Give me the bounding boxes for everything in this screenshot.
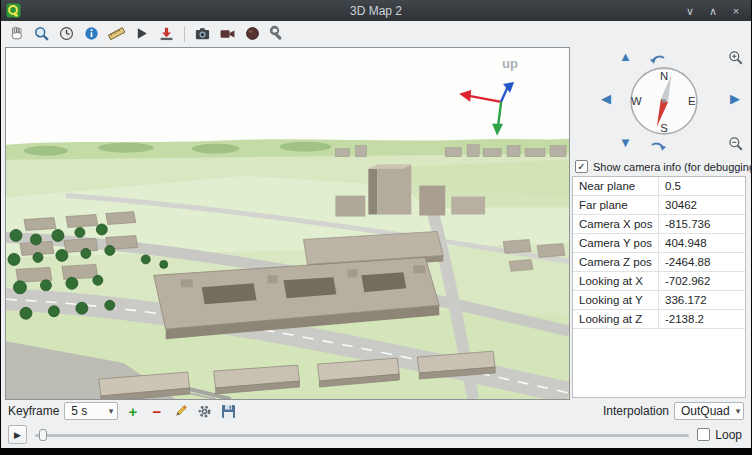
effects-button[interactable] [242,23,263,44]
row-value: 0.5 [659,177,745,195]
remove-keyframe-button[interactable]: − [147,402,166,421]
tilt-up-button[interactable]: ▲ [619,50,632,64]
zoom-full-button[interactable] [31,23,52,44]
export-animation-button[interactable] [156,23,177,44]
record-video-button[interactable] [217,23,238,44]
plus-icon: + [128,404,137,419]
pan-hand-icon [8,25,25,42]
keyframe-settings-button[interactable] [195,402,214,421]
toolbar-separator [184,26,185,42]
keyframe-value: 5 s [71,404,87,418]
minimize-button[interactable]: ∨ [684,4,696,18]
window-title: 3D Map 2 [1,4,751,18]
row-value: -815.736 [659,215,745,233]
table-row: Camera Z pos -2464.88 [573,253,745,272]
viewport-3d-canvas[interactable]: up [5,47,570,400]
row-value: 30462 [659,196,745,214]
show-camera-info-checkbox[interactable]: ✓ [575,160,588,173]
video-camera-icon [219,25,236,42]
row-label: Looking at X [573,272,659,290]
chevron-down-icon: ▾ [736,406,741,416]
row-value: -2138.2 [659,310,745,328]
edit-keyframe-button[interactable] [171,402,190,421]
axis-up-label: up [502,56,518,71]
toolbar [1,21,751,46]
capture-camera-button[interactable] [192,23,213,44]
configure-button[interactable] [267,23,288,44]
interpolation-label: Interpolation [603,404,669,418]
row-value: 404.948 [659,234,745,252]
export-frames-button[interactable] [219,402,238,421]
move-left-button[interactable]: ◀ [601,92,611,106]
clock-orbit-icon [58,25,75,42]
play-icon [133,25,150,42]
table-row: Near plane 0.5 [573,177,745,196]
table-row: Looking at Y 336.172 [573,291,745,310]
measure-line-button[interactable] [106,23,127,44]
camera-navigation-widget: ▲ ◀ N S W E ▶ ▼ [571,47,749,157]
navigation-panel: ▲ ◀ N S W E ▶ ▼ [571,47,749,398]
close-button[interactable]: × [730,4,742,18]
tilt-down-button[interactable]: ▼ [619,136,632,150]
loop-control: Loop [697,428,744,442]
compass-s-label: S [660,122,668,134]
ruler-icon [108,25,125,42]
row-label: Camera Z pos [573,253,659,271]
maximize-button[interactable]: ∧ [707,4,719,18]
interpolation-value: OutQuad [681,404,730,418]
qgis-logo-icon [6,3,21,18]
show-camera-info-label: Show camera info (for debugging) [593,161,752,173]
rotate-left-button[interactable] [649,52,667,64]
animation-timeline-bar: ▶ Loop [1,424,751,445]
chevron-down-icon: ▾ [109,406,114,416]
orbit-button[interactable] [56,23,77,44]
compass-e-label: E [688,95,696,107]
row-label: Camera Y pos [573,234,659,252]
sphere-effects-icon [244,25,261,42]
table-row: Camera X pos -815.736 [573,215,745,234]
rotate-right-button[interactable] [649,139,667,151]
slider-groove [35,434,689,437]
keyframe-label: Keyframe [8,404,59,418]
compass[interactable]: N S W E [627,64,701,138]
window-controls: ∨ ∧ × [684,4,751,18]
row-label: Far plane [573,196,659,214]
animation-keyframe-bar: Keyframe 5 s ▾ + − [1,400,751,422]
row-value: -702.962 [659,272,745,290]
export-download-icon [158,25,175,42]
loop-checkbox[interactable] [697,428,710,441]
row-value: 336.172 [659,291,745,309]
play-animation-tool-button[interactable] [131,23,152,44]
camera-info-table: Near plane 0.5 Far plane 30462 Camera X … [572,176,746,398]
table-row: Far plane 30462 [573,196,745,215]
compass-n-label: N [660,70,668,82]
identify-button[interactable] [81,23,102,44]
row-label: Camera X pos [573,215,659,233]
zoom-full-icon [33,25,50,42]
interpolation-select[interactable]: OutQuad ▾ [674,402,744,420]
slider-handle[interactable] [39,429,47,441]
move-right-button[interactable]: ▶ [730,92,740,106]
add-keyframe-button[interactable]: + [123,402,142,421]
zoom-in-button[interactable] [728,50,744,66]
check-icon: ✓ [577,161,585,172]
timeline-slider[interactable] [35,427,689,443]
map-3d-scene: up [6,48,569,399]
wrench-icon [269,25,286,42]
compass-w-label: W [631,95,642,107]
row-value: -2464.88 [659,253,745,271]
window-3d-map: 3D Map 2 ∨ ∧ × [1,0,751,448]
keyframe-select[interactable]: 5 s ▾ [64,402,118,420]
titlebar[interactable]: 3D Map 2 ∨ ∧ × [1,0,751,21]
table-row: Looking at Z -2138.2 [573,310,745,329]
table-row: Camera Y pos 404.948 [573,234,745,253]
identify-info-icon [83,25,100,42]
show-camera-info-row: ✓ Show camera info (for debugging) [571,157,749,173]
zoom-out-button[interactable] [728,136,744,152]
camera-control-button[interactable] [6,23,27,44]
row-label: Looking at Z [573,310,659,328]
save-floppy-icon [221,404,236,419]
minus-icon: − [152,404,161,419]
loop-label: Loop [715,428,742,442]
play-animation-button[interactable]: ▶ [8,425,27,444]
